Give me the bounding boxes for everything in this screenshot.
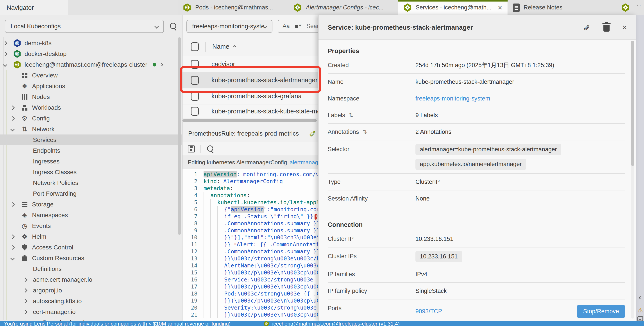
regex-icon[interactable]: ▪* [294, 23, 302, 30]
sidebar-item-demo-k8s[interactable]: ☸demo-k8s [0, 38, 182, 48]
drawer-scrollbar-thumb[interactable] [631, 41, 634, 166]
edit-service-button[interactable]: ✎ [584, 23, 591, 32]
chevron-right-icon[interactable] [23, 310, 28, 314]
match-case-icon[interactable]: Aa [282, 23, 290, 30]
sidebar-item-argoproj-io[interactable]: argoproj.io [0, 285, 182, 296]
chevron-right-icon[interactable] [3, 52, 7, 56]
chevron-right-icon[interactable] [23, 278, 28, 282]
code-line: 5kubectl.kubernetes.io/last-appli [182, 199, 318, 206]
drawer-scrollbar[interactable] [631, 41, 634, 318]
chevron-right-icon[interactable] [160, 63, 163, 66]
sidebar-item-network[interactable]: ⇅Network [0, 124, 182, 134]
sidebar-item-services[interactable]: Services [0, 134, 182, 145]
chevron-down-icon[interactable] [3, 62, 7, 67]
delete-service-button[interactable] [604, 23, 610, 32]
sidebar-item-label: Definitions [33, 266, 62, 272]
storage-icon [20, 202, 29, 207]
sidebar-item-label: Overview [32, 72, 58, 79]
table-row-kube-prometheus-stack-kube-state-metrics[interactable]: kube-prometheus-stack-kube-state-metrics [182, 104, 318, 118]
save-icon[interactable] [188, 146, 195, 152]
port-link-9093-tcp[interactable]: 9093/TCP [416, 308, 577, 315]
active-cluster-status[interactable]: ☸ icecheng@mathmast.com@freeleaps-cluste… [264, 321, 400, 326]
chevron-down-icon[interactable] [10, 127, 15, 132]
horizontal-scrollbar[interactable] [182, 118, 318, 125]
kubeconfig-select[interactable]: Local Kubeconfigs [5, 20, 164, 33]
sidebar-item-label: Endpoints [33, 147, 60, 154]
line-number: 16 [182, 276, 204, 283]
sidebar-item-ingresses[interactable]: Ingresses [0, 156, 182, 167]
chevron-right-icon[interactable] [10, 106, 15, 110]
close-tab-icon[interactable]: × [498, 4, 502, 12]
sidebar-item-autoscaling-k8s-io[interactable]: autoscaling.k8s.io [0, 296, 182, 306]
sidebar-item-config[interactable]: ⚙Config [0, 113, 182, 124]
close-drawer-button[interactable]: × [622, 24, 627, 31]
collapse-panel-button[interactable] [636, 296, 644, 299]
code-token: }}\u003c/strong\u003e\u003c/h3 [224, 255, 318, 262]
tab-alertmanager-configs-icec[interactable]: ☸Alertmanager Configs - icec... [288, 0, 398, 15]
sidebar-item-cert-manager-io[interactable]: cert-manager.io [0, 306, 182, 317]
sidebar-item-events[interactable]: ◷Events [0, 220, 182, 231]
sidebar-item-ingress-classes[interactable]: Ingress Classes [0, 167, 182, 178]
tab-overflow-dots[interactable]: .. [636, 0, 642, 7]
sidebar-item-custom-resources[interactable]: Custom Resources [0, 253, 182, 264]
row-checkbox[interactable] [191, 92, 199, 101]
select-all-checkbox[interactable] [191, 42, 199, 51]
sidebar-item-network-policies[interactable]: Network Policies [0, 178, 182, 188]
kubernetes-icon: ☸ [183, 4, 191, 12]
search-input[interactable] [306, 23, 318, 30]
tab-release-notes[interactable]: Release Notes [508, 0, 616, 15]
row-checkbox[interactable] [191, 107, 199, 116]
tab-services-icecheng-math[interactable]: ☸Services - icecheng@math...× [398, 0, 508, 15]
namespace-link[interactable]: freeleaps-monitoring-system [416, 95, 490, 102]
sidebar-item-port-forwarding[interactable]: Port Forwarding [0, 188, 182, 199]
code-token: {" [224, 206, 231, 212]
chevron-right-icon[interactable] [10, 245, 15, 250]
tab-pods-icecheng-mathmas[interactable]: ☸Pods - icecheng@mathmas... [178, 0, 288, 15]
sidebar-item-label: Services [33, 136, 56, 144]
rule-edit-button[interactable]: ✎ [307, 125, 318, 142]
sort-toggle-icon[interactable]: ⇅ [349, 112, 354, 118]
sort-toggle-icon[interactable]: ⇅ [362, 128, 368, 135]
search-icon[interactable] [170, 22, 178, 30]
section-heading-properties: Properties [328, 46, 625, 56]
stop-remove-button[interactable]: Stop/Remove [577, 305, 625, 318]
chevron-right-icon[interactable] [3, 41, 7, 46]
property-row-type: TypeClusterIP [328, 174, 625, 190]
sidebar-item-docker-desktop[interactable]: ☸docker-desktop [0, 48, 182, 59]
navigator-panel-tab[interactable]: Navigator [0, 0, 68, 15]
warning-indicator[interactable]: ⚠ [636, 306, 644, 314]
namespace-select[interactable]: freeleaps-monitoring-system [186, 20, 272, 33]
sidebar-item-nodes[interactable]: Nodes [0, 92, 182, 102]
list-search-box[interactable]: Aa ▪* [278, 20, 318, 33]
sidebar-item-storage[interactable]: Storage [0, 199, 182, 210]
sidebar-item-endpoints[interactable]: Endpoints [0, 145, 182, 156]
section-heading-connection: Connection [328, 220, 625, 230]
sidebar-item-acme-cert-manager-io[interactable]: acme.cert-manager.io [0, 274, 182, 285]
sidebar-item-workloads[interactable]: Workloads [0, 102, 182, 113]
horizontal-scrollbar-thumb[interactable] [182, 119, 317, 122]
property-label: IP families [328, 271, 416, 278]
sidebar-item-overview[interactable]: Overview [0, 70, 182, 81]
chevron-right-icon[interactable] [10, 202, 15, 207]
yaml-editor[interactable]: 1apiVersion: monitoring.coreos.com/v12ki… [182, 169, 318, 321]
sidebar-item-configuration-konghq-com[interactable]: configuration.konghq.com [0, 317, 182, 321]
breadcrumb-resource-link[interactable]: alertmanager [290, 159, 318, 166]
chevron-down-icon[interactable] [10, 256, 15, 260]
chevron-right-icon[interactable] [10, 116, 15, 121]
chevron-right-icon[interactable] [10, 234, 15, 239]
sidebar-item-applications[interactable]: ❖Applications [0, 81, 182, 92]
sidebar-item-access-control[interactable]: Access Control [0, 242, 182, 253]
sidebar-scrollbar[interactable] [178, 37, 181, 235]
name-column-header[interactable]: Name [212, 43, 236, 50]
sidebar-item-helm[interactable]: ☸Helm [0, 231, 182, 242]
code-token: .CommonAnnotations.summary }}- [224, 220, 318, 226]
license-notice[interactable]: You're using Lens Personal (for individu… [4, 321, 230, 326]
sidebar-item-namespaces[interactable]: ◈Namespaces [0, 210, 182, 220]
chevron-right-icon[interactable] [23, 288, 28, 293]
terminal-indicator[interactable] [636, 316, 644, 321]
code-token: Alert: {{ .CommonAnnotati [234, 241, 318, 248]
chevron-right-icon[interactable] [23, 299, 28, 304]
sidebar-item-icecheng-mathmast-com-freeleaps-cluster[interactable]: ☸icecheng@mathmast.com@freeleaps-cluster [0, 59, 182, 70]
editor-search-icon[interactable] [206, 145, 214, 153]
sidebar-item-definitions[interactable]: Definitions [0, 264, 182, 274]
